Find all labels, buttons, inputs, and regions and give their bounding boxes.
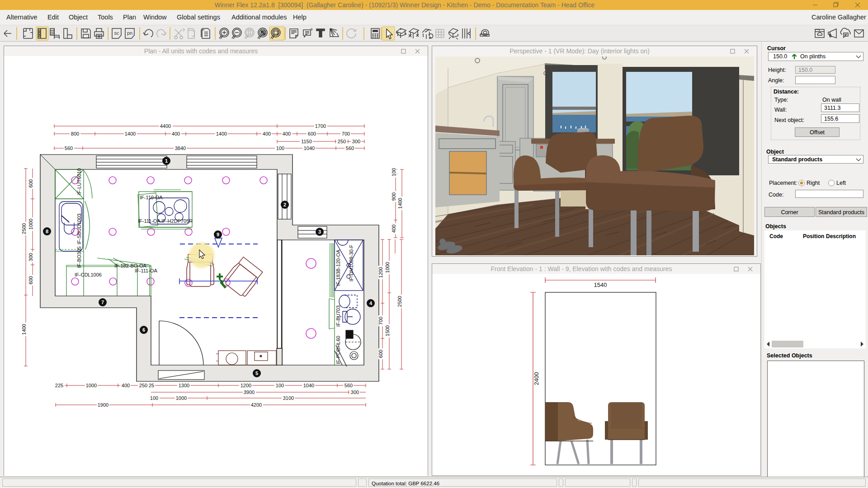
svg-text:IF-LUT6010: IF-LUT6010 [76,168,82,195]
svg-text:1900: 1900 [98,402,108,408]
svg-text:1000: 1000 [176,395,187,401]
svg-text:700: 700 [342,131,350,136]
svg-text:900: 900 [391,192,396,201]
svg-text:600: 600 [308,131,316,136]
svg-text:400: 400 [283,131,291,136]
svg-text:4: 4 [369,300,373,306]
svg-text:100: 100 [150,395,158,401]
svg-text:4400: 4400 [160,123,171,129]
svg-text:700: 700 [378,317,383,325]
svg-text:25: 25 [149,383,154,388]
svg-text:1200: 1200 [241,383,251,388]
svg-text:IF-111-OA: IF-111-OA [135,268,157,273]
svg-text:IF-110-OA: IF-110-OA [140,195,163,200]
svg-text:100: 100 [391,168,396,176]
svg-text:7: 7 [101,300,104,305]
svg-text:560: 560 [344,383,353,388]
svg-text:IF-CDL1006: IF-CDL1006 [75,272,102,277]
svg-text:3900: 3900 [244,389,255,395]
svg-text:IF-111-OA IF-H2DP705R: IF-111-OA IF-H2DP705R [138,218,193,224]
svg-text:IF-POBHL60: IF-POBHL60 [335,336,341,364]
svg-text:400: 400 [122,383,130,388]
svg-text:1: 1 [165,158,168,164]
svg-text:100: 100 [276,145,284,151]
svg-text:3100: 3100 [283,395,294,401]
svg-text:400: 400 [172,131,180,136]
svg-text:600: 600 [28,276,33,284]
svg-text:1040: 1040 [303,383,314,388]
svg-text:5: 5 [255,371,258,376]
svg-text:300: 300 [352,139,360,144]
svg-text:100: 100 [276,383,284,388]
svg-text:1000: 1000 [385,262,390,273]
svg-text:600: 600 [378,350,383,358]
svg-text:1700: 1700 [315,123,326,129]
svg-text:9: 9 [217,232,219,237]
svg-text:6: 6 [142,327,145,333]
svg-text:400: 400 [391,225,396,233]
svg-text:600: 600 [28,179,33,188]
svg-text:1000: 1000 [28,219,33,230]
svg-text:4200: 4200 [251,402,262,408]
svg-text:8: 8 [46,229,48,234]
svg-text:IF-SBUD1003: IF-SBUD1003 [76,214,82,244]
svg-text:pn: pn [127,30,132,36]
svg-text:800: 800 [71,131,79,136]
svg-text:250: 250 [139,383,147,388]
svg-text:1400: 1400 [125,131,136,136]
svg-text:300: 300 [28,253,33,261]
svg-text:250: 250 [338,139,346,144]
svg-text:1400: 1400 [397,198,403,209]
svg-text:2500: 2500 [397,296,402,307]
svg-text:1200: 1200 [378,267,383,278]
svg-text:560: 560 [346,145,354,151]
svg-text:IF-BU703: IF-BU703 [335,305,341,327]
svg-text:1540: 1540 [594,282,607,288]
svg-text:1500: 1500 [385,325,390,336]
svg-text:2500: 2500 [21,223,27,234]
svg-text:1400: 1400 [21,324,27,335]
svg-text:300: 300 [351,389,359,395]
svg-text:225: 225 [55,383,63,388]
svg-text:1150: 1150 [301,139,312,144]
svg-text:2400: 2400 [533,372,540,385]
svg-text:3: 3 [318,229,321,235]
svg-text:2: 2 [283,202,286,207]
svg-text:IF-183B-120-OA: IF-183B-120-OA [335,249,341,286]
svg-text:400: 400 [263,131,271,136]
svg-text:1300: 1300 [179,383,189,388]
svg-text:sc: sc [114,30,120,36]
svg-text:IF-DM1009-30-F: IF-DM1009-30-F [349,244,354,282]
svg-text:1040: 1040 [304,145,315,151]
svg-text:3840: 3840 [175,145,186,151]
svg-text:1400: 1400 [216,131,227,136]
svg-text:1000: 1000 [86,383,97,388]
svg-text:IF-BO305: IF-BO305 [76,246,82,268]
svg-text:560: 560 [65,145,73,151]
